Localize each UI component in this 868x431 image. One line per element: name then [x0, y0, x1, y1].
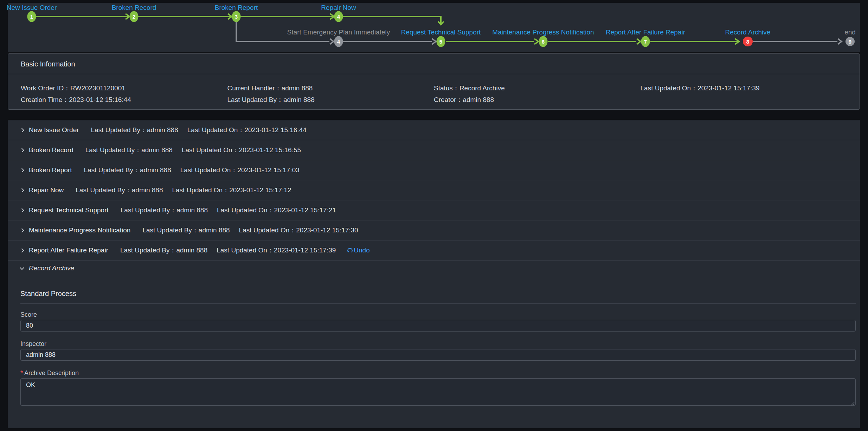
undo-button[interactable]: Undo [347, 246, 369, 254]
info-field-creation-time: Creation Time：2023-01-12 15:16:44 [21, 94, 227, 105]
workflow-stepper-panel: New Issue Order1Broken Record2Broken Rep… [8, 3, 860, 52]
process-history-panel: New Issue OrderLast Updated By：admin 888… [8, 120, 860, 428]
flow-label-record-archive: Record Archive [688, 28, 808, 36]
info-label-last-updated-on: Last Updated On： [641, 84, 698, 92]
info-label-last-updated-by: Last Updated By： [227, 96, 283, 103]
collapse-header-record-archive[interactable]: Record Archive [8, 260, 860, 276]
last-updated-on: Last Updated On：2023-01-12 15:17:21 [217, 206, 336, 215]
collapse-header-repair-now[interactable]: Repair NowLast Updated By：admin 888Last … [8, 180, 860, 200]
info-field-current-handler: Current Handler：admin 888 [227, 82, 434, 94]
info-label-creator: Creator： [434, 96, 463, 103]
section-divider [20, 303, 856, 304]
info-label-status: Status： [434, 84, 459, 92]
flow-label-request-technical-support: Request Technical Support [381, 28, 501, 36]
chevron-right-icon [20, 208, 24, 213]
resize-handle-icon[interactable] [851, 401, 855, 405]
info-value-last-updated-by: admin 888 [283, 96, 315, 103]
info-field-last-updated-on: Last Updated On：2023-01-12 15:17:39 [641, 82, 847, 94]
process-step-list: New Issue OrderLast Updated By：admin 888… [8, 120, 860, 276]
basic-information-grid: Work Order ID：RW202301120001Current Hand… [8, 74, 860, 105]
form-label-inspector: Inspector [20, 340, 856, 348]
refresh-left-icon [347, 247, 353, 253]
chevron-right-icon [20, 228, 24, 233]
info-field-last-updated-by: Last Updated By：admin 888 [227, 94, 434, 105]
last-updated-by: Last Updated By：admin 888 [85, 146, 173, 155]
collapse-header-request-technical-support[interactable]: Request Technical SupportLast Updated By… [8, 200, 860, 220]
textarea-wrap [20, 378, 856, 406]
collapse-header-maintenance-progress-notification[interactable]: Maintenance Progress NotificationLast Up… [8, 220, 860, 240]
info-value-current-handler: admin 888 [282, 84, 313, 92]
info-field-status: Status：Record Archive [434, 82, 641, 94]
last-updated-by: Last Updated By：admin 888 [91, 126, 178, 135]
flow-label-end: end [790, 28, 868, 36]
info-value-last-updated-on: 2023-01-12 15:17:39 [697, 84, 759, 92]
flow-label-report-after-failure-repair: Report After Failure Repair [586, 28, 705, 36]
step-title: Maintenance Progress Notification [29, 226, 130, 234]
collapse-header-report-after-failure-repair[interactable]: Report After Failure RepairLast Updated … [8, 240, 860, 260]
chevron-right-icon [20, 128, 24, 133]
step-title: New Issue Order [29, 126, 79, 134]
required-asterisk: * [20, 369, 23, 377]
last-updated-by: Last Updated By：admin 888 [142, 226, 230, 235]
info-value-work-order-id: RW202301120001 [70, 84, 126, 92]
last-updated-by: Last Updated By：admin 888 [121, 206, 208, 215]
flow-label-broken-record: Broken Record [74, 4, 194, 12]
chevron-down-icon [20, 265, 24, 270]
info-label-creation-time: Creation Time： [21, 96, 69, 103]
collapse-header-new-issue-order[interactable]: New Issue OrderLast Updated By：admin 888… [8, 120, 860, 140]
last-updated-on: Last Updated On：2023-01-12 15:17:39 [217, 246, 336, 255]
flow-label-start-emergency-plan: Start Emergency Plan Immediately [279, 28, 398, 36]
step-title: Request Technical Support [29, 206, 109, 214]
step-title: Broken Report [29, 166, 72, 174]
form-item-archive-description: *Archive Description [20, 369, 856, 406]
chevron-right-icon [20, 168, 24, 173]
info-value-status: Record Archive [459, 84, 505, 92]
basic-information-panel: Basic Information Work Order ID：RW202301… [8, 53, 860, 110]
flow-node-report-after-failure-repair: 7 [641, 36, 650, 47]
flow-label-broken-report: Broken Report [176, 4, 296, 12]
form-item-inspector: Inspector [20, 340, 856, 361]
flow-node-record-archive: 8 [743, 37, 753, 46]
archive-form: ScoreInspector*Archive Description [20, 311, 856, 406]
flow-node-broken-record: 2 [130, 11, 139, 22]
last-updated-by: Last Updated By：admin 888 [84, 166, 171, 175]
flow-node-end: 9 [846, 37, 855, 46]
flow-label-maintenance-progress-notification: Maintenance Progress Notification [483, 28, 603, 36]
last-updated-on: Last Updated On：2023-01-12 15:16:55 [182, 146, 301, 155]
flow-node-broken-report: 3 [232, 11, 241, 22]
flow-node-maintenance-progress-notification: 6 [539, 36, 548, 47]
flow-node-new-issue-order: 1 [27, 11, 36, 22]
flow-label-repair-now: Repair Now [279, 4, 398, 12]
score-input[interactable] [20, 320, 856, 332]
archive-description-textarea[interactable] [20, 378, 856, 406]
form-item-score: Score [20, 311, 856, 332]
collapse-header-broken-record[interactable]: Broken RecordLast Updated By：admin 888La… [8, 140, 860, 160]
last-updated-on: Last Updated On：2023-01-12 15:17:30 [239, 226, 358, 235]
chevron-right-icon [20, 188, 24, 193]
info-field-creator: Creator：admin 888 [434, 94, 641, 105]
step-title: Broken Record [29, 146, 73, 154]
info-field-work-order-id: Work Order ID：RW202301120001 [21, 82, 227, 94]
last-updated-by: Last Updated By：admin 888 [120, 246, 207, 255]
info-label-work-order-id: Work Order ID： [21, 84, 70, 92]
info-value-creation-time: 2023-01-12 15:16:44 [69, 96, 131, 103]
step-title: Record Archive [29, 264, 74, 272]
section-title: Standard Process [20, 276, 856, 298]
flow-node-request-technical-support: 5 [437, 36, 445, 47]
step-title: Report After Failure Repair [29, 246, 108, 254]
step-title: Repair Now [29, 186, 64, 194]
last-updated-by: Last Updated By：admin 888 [76, 186, 163, 195]
last-updated-on: Last Updated On：2023-01-12 15:17:03 [180, 166, 300, 175]
flow-node-start-emergency-plan: 4 [334, 36, 343, 47]
basic-information-title: Basic Information [8, 54, 860, 74]
chevron-right-icon [20, 148, 24, 153]
info-value-creator: admin 888 [463, 96, 494, 103]
flow-node-repair-now: 4 [334, 11, 343, 22]
collapse-header-broken-report[interactable]: Broken ReportLast Updated By：admin 888La… [8, 160, 860, 180]
form-label-archive-description: *Archive Description [20, 369, 856, 377]
inspector-input[interactable] [20, 349, 856, 361]
last-updated-on: Last Updated On：2023-01-12 15:16:44 [187, 126, 307, 135]
info-label-current-handler: Current Handler： [227, 84, 282, 92]
form-label-score: Score [20, 311, 856, 319]
record-archive-detail: Standard Process ScoreInspector*Archive … [8, 276, 860, 406]
